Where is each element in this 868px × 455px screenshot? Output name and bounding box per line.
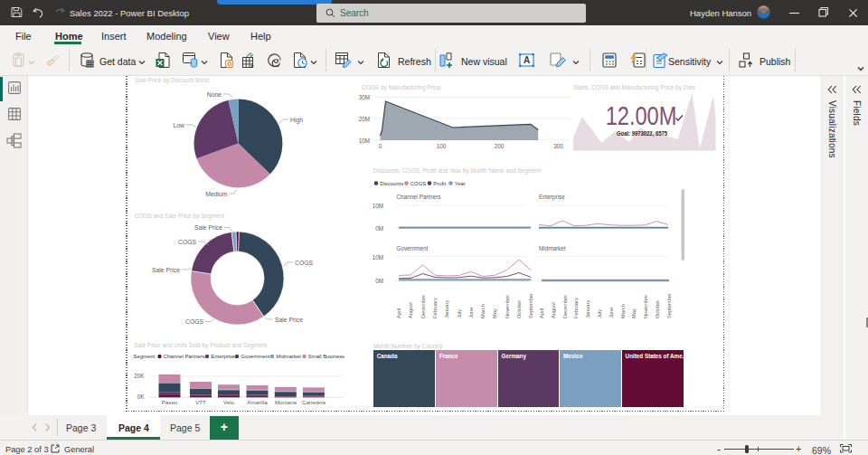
svg-text:Paseo: Paseo	[162, 399, 178, 405]
svg-text:September: September	[528, 293, 533, 318]
svg-text:Low: Low	[174, 122, 185, 128]
svg-text:Sale Price: Sale Price	[194, 224, 222, 231]
svg-text:300: 300	[553, 143, 563, 149]
svg-text:March: March	[480, 304, 486, 318]
svg-text:0: 0	[379, 143, 382, 149]
svg-text:October: October	[516, 300, 522, 318]
svg-text:30M: 30M	[359, 94, 370, 100]
svg-text:Channel Partners: Channel Partners	[397, 194, 441, 200]
svg-text:June: June	[468, 308, 474, 318]
svg-text:10M: 10M	[373, 203, 383, 209]
svg-text:April: April	[539, 308, 544, 318]
svg-text:August: August	[408, 302, 413, 318]
svg-text:Segment: Segment	[134, 354, 156, 359]
svg-text:October: October	[655, 300, 660, 318]
svg-text:Medium: Medium	[205, 191, 228, 197]
svg-text:10M: 10M	[373, 254, 383, 261]
svg-text:May: May	[631, 308, 637, 318]
svg-text:0M: 0M	[375, 278, 383, 284]
svg-text:COGS: COGS	[295, 260, 313, 266]
svg-text:Government: Government	[241, 354, 270, 359]
svg-text:June: June	[609, 308, 614, 318]
svg-text:COGS: COGS	[178, 239, 196, 245]
svg-text:High: High	[290, 117, 303, 124]
svg-text:0K: 0K	[137, 393, 146, 400]
svg-text:20M: 20M	[359, 116, 370, 122]
svg-text:February: February	[573, 298, 579, 318]
svg-text:Velo: Velo	[223, 399, 235, 405]
svg-text:December: December	[420, 295, 426, 318]
svg-text:COGS: COGS	[185, 318, 203, 325]
svg-text:January: January	[585, 300, 590, 318]
svg-text:100: 100	[437, 143, 447, 149]
svg-text:COGS: COGS	[410, 181, 426, 186]
svg-text:Midmarket: Midmarket	[539, 245, 566, 251]
svg-text:Goal: 9973022, 6575: Goal: 9973022, 6575	[617, 130, 668, 138]
svg-text:Channel Partners: Channel Partners	[164, 354, 205, 359]
svg-text:December: December	[562, 295, 568, 318]
svg-text:Year: Year	[455, 181, 466, 186]
svg-text:Enterprise: Enterprise	[211, 354, 236, 359]
svg-text:November: November	[505, 295, 510, 318]
svg-text:A: A	[524, 55, 530, 65]
svg-text:Government: Government	[397, 245, 429, 251]
svg-text:November: November	[643, 295, 648, 318]
svg-text:200: 200	[495, 143, 505, 149]
svg-text:0M: 0M	[375, 225, 383, 232]
svg-text:Enterprise: Enterprise	[539, 194, 565, 201]
svg-text:Small Business: Small Business	[308, 354, 344, 359]
svg-text:July: July	[457, 309, 462, 318]
svg-text:VTT: VTT	[195, 399, 206, 405]
svg-text:August: August	[551, 302, 556, 318]
svg-text:Sale Price: Sale Price	[152, 267, 180, 273]
svg-text:January: January	[444, 300, 449, 318]
svg-text:Amarilla: Amarilla	[247, 399, 268, 405]
svg-text:Discounts: Discounts	[380, 181, 403, 186]
svg-text:March: March	[620, 304, 626, 318]
svg-text:Midmarket: Midmarket	[276, 354, 301, 359]
svg-text:February: February	[432, 298, 438, 318]
svg-text:12.00M: 12.00M	[606, 101, 677, 131]
svg-text:20K: 20K	[134, 373, 145, 379]
svg-text:10M: 10M	[359, 137, 370, 144]
svg-text:September: September	[666, 293, 672, 318]
svg-text:Montana: Montana	[275, 399, 297, 405]
svg-text:None: None	[207, 91, 222, 98]
svg-text:Profit: Profit	[433, 181, 446, 186]
svg-text:July: July	[597, 309, 602, 318]
svg-text:May: May	[492, 308, 497, 318]
svg-text:Carretera: Carretera	[302, 399, 326, 405]
svg-text:Sale Price: Sale Price	[275, 317, 303, 323]
svg-text:April: April	[396, 308, 401, 318]
